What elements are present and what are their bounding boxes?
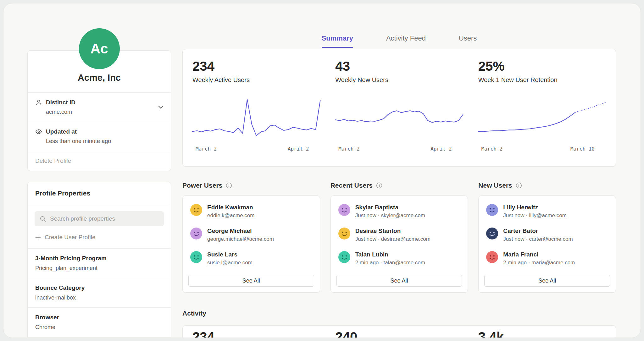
create-user-profile-label: Create User Profile: [45, 234, 96, 241]
user-name: Susie Lars: [207, 251, 253, 258]
profile-properties-title: Profile Properties: [28, 182, 171, 204]
user-name: Talan Lubin: [355, 251, 425, 258]
app-window: Ac Acme, Inc Distinct ID acme.com: [3, 3, 641, 338]
info-icon[interactable]: [226, 182, 232, 189]
list-item[interactable]: Eddie Kwakman eddie.k@acme.com: [183, 204, 320, 219]
power-users-section: Power Users Eddie Kwakman eddie.k@acme.c…: [182, 182, 320, 293]
activity-stat: 240: [335, 329, 463, 338]
see-all-button[interactable]: See All: [336, 275, 462, 287]
x-tick-end: April 2: [288, 146, 309, 152]
property-name: Bounce Category: [35, 284, 163, 291]
distinct-id-row[interactable]: Distinct ID acme.com: [28, 92, 171, 122]
user-lists-row: Power Users Eddie Kwakman eddie.k@acme.c…: [182, 182, 616, 293]
person-icon: [35, 99, 42, 106]
plus-icon: [35, 234, 41, 240]
x-tick-end: March 10: [570, 146, 595, 152]
user-name: Desirae Stanton: [355, 228, 430, 234]
see-all-button[interactable]: See All: [188, 275, 314, 287]
tab-summary[interactable]: Summary: [322, 34, 353, 48]
x-tick-start: March 2: [196, 146, 217, 152]
list-item[interactable]: George Michael george.michael@acme.com: [183, 228, 320, 242]
property-value: Chrome: [35, 324, 163, 331]
user-name: Eddie Kwakman: [207, 204, 255, 211]
delete-profile-button[interactable]: Delete Profile: [28, 151, 171, 171]
user-meta: eddie.k@acme.com: [207, 212, 255, 219]
user-meta: george.michael@acme.com: [207, 236, 274, 242]
user-meta: Just now · skyler@acme.com: [355, 212, 425, 219]
user-avatar: [190, 228, 202, 239]
user-avatar: [190, 251, 202, 263]
stat-label: Weekly Active Users: [192, 76, 320, 84]
summary-card: 234 Weekly Active Users March 2 April 2 …: [182, 49, 616, 167]
activity-title: Activity: [182, 310, 616, 317]
list-item[interactable]: Desirae Stanton Just now · desirare@acme…: [331, 228, 468, 242]
activity-stat: 234: [192, 329, 320, 338]
user-meta: 2 min ago · maria@acme.com: [503, 260, 575, 266]
retention-stat: 25% Week 1 New User Retention March 2 Ma…: [478, 59, 606, 166]
eye-icon: [35, 128, 42, 135]
user-name: Skylar Baptista: [355, 204, 425, 211]
user-avatar: [190, 204, 202, 216]
section-title: Recent Users: [330, 182, 373, 189]
user-meta: Just now · carter@acme.com: [503, 236, 573, 242]
list-item[interactable]: Susie Lars susie.l@acme.com: [183, 251, 320, 266]
profile-properties-card: Profile Properties: [27, 182, 171, 337]
property-search[interactable]: [35, 211, 164, 226]
list-item[interactable]: Lilly Herwitz Just now · lilly@acme.com: [479, 204, 616, 219]
user-avatar: [338, 228, 350, 239]
list-item[interactable]: Carter Bator Just now · carter@acme.com: [479, 228, 616, 242]
weekly-active-users-stat: 234 Weekly Active Users March 2 April 2: [192, 59, 320, 166]
property-row[interactable]: Browser Chrome: [28, 307, 171, 337]
x-tick-start: March 2: [481, 146, 502, 152]
stat-value: 234: [192, 59, 320, 74]
stat-label: Week 1 New User Retention: [478, 76, 606, 84]
distinct-id-value: acme.com: [46, 109, 163, 115]
chevron-down-icon[interactable]: [158, 106, 163, 109]
user-name: George Michael: [207, 228, 274, 234]
x-tick-start: March 2: [338, 146, 359, 152]
user-avatar: [338, 251, 350, 263]
user-meta: susie.l@acme.com: [207, 260, 253, 266]
info-icon[interactable]: [516, 182, 522, 189]
stat-value: 25%: [478, 59, 606, 74]
info-icon[interactable]: [376, 182, 382, 189]
user-avatar: [338, 204, 350, 216]
tab-bar: Summary Activity Feed Users: [182, 34, 616, 48]
user-name: Carter Bator: [503, 228, 573, 234]
list-item[interactable]: Maria Franci 2 min ago · maria@acme.com: [479, 251, 616, 266]
activity-stat: 3.4k: [478, 329, 606, 338]
property-name: Browser: [35, 314, 163, 321]
recent-users-section: Recent Users Skylar Baptista Just now · …: [330, 182, 468, 293]
main-content: Summary Activity Feed Users 234 Weekly A…: [182, 3, 616, 338]
user-avatar: [486, 228, 498, 239]
retention-sparkline: [478, 97, 606, 138]
user-avatar: [486, 251, 498, 263]
property-row[interactable]: 3-Month Pricing Program Pricing_plan_exp…: [28, 248, 171, 278]
search-icon: [40, 216, 46, 222]
tab-activity-feed[interactable]: Activity Feed: [386, 34, 426, 48]
distinct-id-label: Distinct ID: [46, 99, 75, 106]
section-title: New Users: [478, 182, 512, 189]
user-avatar: [486, 204, 498, 216]
user-meta: Just now · desirare@acme.com: [355, 236, 430, 242]
create-user-profile-button[interactable]: Create User Profile: [35, 226, 164, 248]
weekly-new-users-sparkline: [335, 97, 463, 138]
list-item[interactable]: Skylar Baptista Just now · skyler@acme.c…: [331, 204, 468, 219]
see-all-button[interactable]: See All: [484, 275, 610, 287]
user-name: Maria Franci: [503, 251, 575, 258]
property-row[interactable]: Bounce Category inactive-mailbox: [28, 278, 171, 307]
profile-sidebar: Ac Acme, Inc Distinct ID acme.com: [27, 3, 171, 338]
x-tick-end: April 2: [430, 146, 452, 152]
search-input[interactable]: [50, 215, 159, 222]
user-meta: 2 min ago · talan@acme.com: [355, 260, 425, 266]
weekly-active-users-sparkline: [192, 97, 320, 138]
company-name: Acme, Inc: [28, 73, 171, 92]
section-title: Power Users: [182, 182, 222, 189]
user-meta: Just now · lilly@acme.com: [503, 212, 566, 219]
property-value: Pricing_plan_experiment: [35, 265, 163, 272]
property-value: inactive-mailbox: [35, 294, 163, 301]
activity-card: 234 240 3.4k: [182, 325, 616, 338]
tab-users[interactable]: Users: [459, 34, 477, 48]
list-item[interactable]: Talan Lubin 2 min ago · talan@acme.com: [331, 251, 468, 266]
updated-at-value: Less than one minute ago: [46, 138, 163, 145]
